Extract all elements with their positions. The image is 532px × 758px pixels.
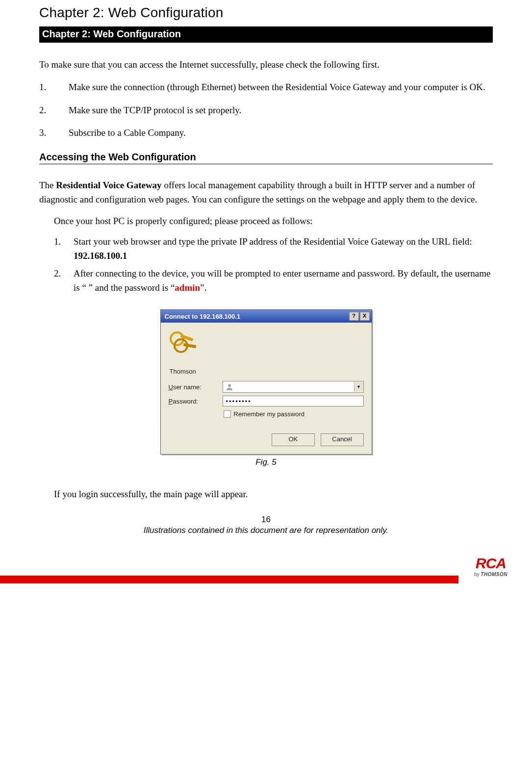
ok-button[interactable]: OK [272,433,315,446]
user-icon [225,382,234,391]
intro-paragraph: To make sure that you can access the Int… [39,57,493,72]
section-paragraph: The Residential Voice Gateway offers loc… [39,178,493,207]
list-item: Make sure the connection (through Ethern… [39,78,493,96]
password-input[interactable] [223,396,364,406]
prerequisite-list: Make sure the connection (through Ethern… [39,78,493,141]
cancel-button[interactable]: Cancel [321,433,364,446]
username-label: User name: [169,383,223,391]
remember-label: Remember my password [234,410,305,418]
text: ”. [200,282,206,293]
red-strip [0,576,458,583]
list-item: After connecting to the device, you will… [54,267,493,295]
figure-caption: Fig. 5 [39,457,493,467]
close-button[interactable]: X [360,312,370,321]
realm-label: Thomson [170,368,364,375]
footer-note: Illustrations contained in this document… [39,526,493,535]
page-number: 16 [39,515,493,525]
text: Start your web browser and type the priv… [74,236,472,247]
list-item: Start your web browser and type the priv… [54,235,493,263]
default-password: admin [175,282,200,293]
password-label: Password: [169,398,223,405]
list-item: Subscribe to a Cable Company. [39,124,493,142]
ip-address: 192.168.100.1 [74,251,127,261]
chapter-heading-bar: Chapter 2: Web Configuration [39,26,493,43]
keys-icon [169,329,194,355]
section-heading: Accessing the Web Configuration [39,152,493,164]
auth-dialog: Connect to 192.168.100.1 ? X Thomson [160,309,372,455]
text: After connecting to the device, you will… [74,268,491,293]
help-button[interactable]: ? [349,312,359,321]
proceed-paragraph: Once your host PC is properly configured… [54,214,493,228]
login-success-paragraph: If you login successfully, the main page… [54,487,493,501]
dropdown-icon[interactable]: ▼ [354,382,363,392]
svg-point-0 [228,384,231,387]
bold-text: Residential Voice Gateway [56,180,161,190]
steps-list: Start your web browser and type the priv… [54,235,493,295]
dialog-title: Connect to 192.168.100.1 [165,313,241,320]
username-combobox[interactable]: ▼ [223,381,364,393]
page-footer-bar: RCA by THOMSON [0,549,532,583]
by-thomson-text: by THOMSON [474,572,507,577]
rca-logo-text: RCA [476,556,506,571]
remember-checkbox[interactable] [224,410,231,418]
chapter-title: Chapter 2: Web Configuration [39,5,493,21]
brand-logo: RCA by THOMSON [458,549,532,583]
list-item: Make sure the TCP/IP protocol is set pro… [39,101,493,119]
dialog-titlebar[interactable]: Connect to 192.168.100.1 ? X [161,310,372,323]
text: The [39,180,56,190]
